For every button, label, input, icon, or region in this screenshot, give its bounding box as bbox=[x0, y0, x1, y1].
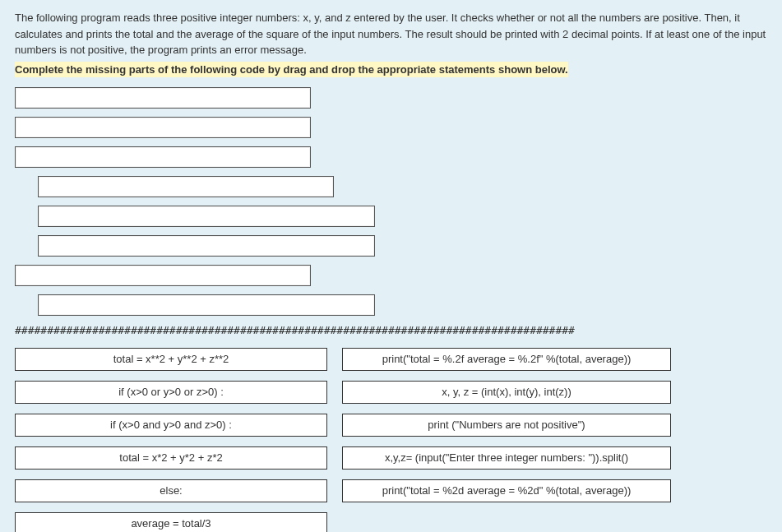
problem-description: The following program reads three positi… bbox=[15, 10, 767, 58]
instruction-text: Complete the missing parts of the follow… bbox=[15, 62, 568, 77]
drop-slot-4[interactable] bbox=[38, 176, 334, 197]
choice-if-or[interactable]: if (x>0 or y>0 or z>0) : bbox=[15, 381, 327, 404]
choice-bank: total = x**2 + y**2 + z**2 print("total … bbox=[15, 348, 767, 533]
section-divider: ########################################… bbox=[15, 324, 767, 336]
choice-else[interactable]: else: bbox=[15, 479, 327, 502]
choice-average[interactable]: average = total/3 bbox=[15, 512, 327, 533]
drop-slot-1[interactable] bbox=[15, 87, 311, 109]
choice-input-split[interactable]: x,y,z= (input("Enter three integer numbe… bbox=[342, 446, 671, 470]
choice-total-pow[interactable]: total = x**2 + y**2 + z**2 bbox=[15, 348, 327, 371]
drop-slot-2[interactable] bbox=[15, 117, 311, 138]
code-drop-area bbox=[15, 87, 767, 316]
drop-slot-3[interactable] bbox=[15, 146, 311, 168]
choice-if-and[interactable]: if (x>0 and y>0 and z>0) : bbox=[15, 414, 327, 437]
choice-int-cast[interactable]: x, y, z = (int(x), int(y), int(z)) bbox=[342, 381, 671, 404]
drop-slot-5[interactable] bbox=[38, 206, 375, 227]
drop-slot-7[interactable] bbox=[15, 265, 311, 286]
choice-print-float[interactable]: print("total = %.2f average = %.2f" %(to… bbox=[342, 348, 671, 371]
drop-slot-8[interactable] bbox=[38, 294, 375, 316]
choice-print-error[interactable]: print ("Numbers are not positive") bbox=[342, 414, 671, 437]
choice-total-mul[interactable]: total = x*2 + y*2 + z*2 bbox=[15, 446, 327, 470]
choice-print-int[interactable]: print("total = %2d average = %2d" %(tota… bbox=[342, 479, 671, 502]
drop-slot-6[interactable] bbox=[38, 235, 375, 257]
